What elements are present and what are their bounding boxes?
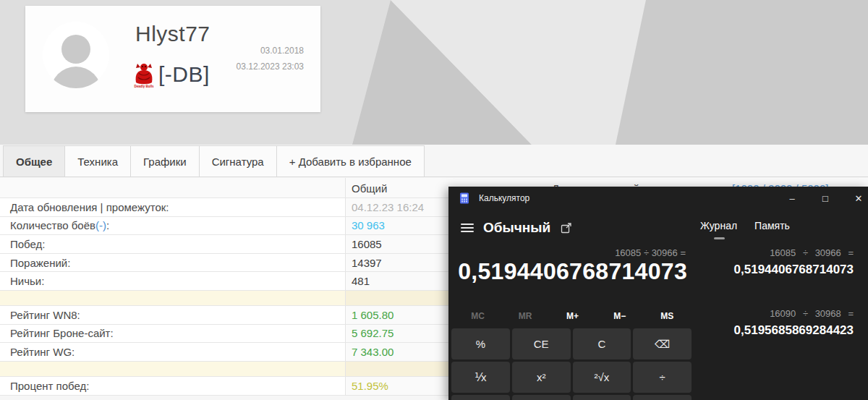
history-entry[interactable]: 16090 ÷ 30968 =0,5195685869284423 (694, 308, 854, 338)
row-label: Процент побед: (0, 377, 346, 395)
calc-key-²√x[interactable]: ²√x (573, 362, 631, 393)
row-label: Рейтинг WG: (0, 343, 346, 361)
tab-0[interactable]: Общее (3, 145, 65, 176)
memory-button-mr[interactable]: MR (501, 311, 548, 321)
keep-on-top-icon[interactable] (561, 222, 572, 234)
memory-button-m−[interactable]: M− (596, 311, 643, 321)
calc-key-9[interactable]: 9 (573, 395, 631, 400)
calc-key-÷[interactable]: ÷ (633, 362, 692, 393)
history-expression: 16085 ÷ 30966 = (694, 247, 854, 258)
calc-expression: 16085 ÷ 30966 = (448, 247, 691, 258)
battles-filter-link[interactable]: (-) (95, 219, 106, 231)
tab-1[interactable]: Техника (64, 145, 131, 176)
last-battle-date: 03.12.2023 23:03 (237, 59, 304, 75)
avatar-body-shape (51, 67, 101, 88)
row-label: Рейтинг WN8: (0, 306, 346, 324)
header-label-cell (0, 178, 346, 197)
history-panel: 16085 ÷ 30966 =0,519440676871407316090 ÷… (694, 187, 861, 400)
row-label: Поражений: (0, 254, 346, 272)
clan-row[interactable]: Deadly Bulls [-DB] (132, 61, 210, 88)
registration-date: 03.01.2018 (237, 43, 304, 59)
keypad: %CEC⌫⅟xx²²√x÷789× (451, 328, 692, 400)
row-label (0, 291, 346, 305)
calc-key-x²[interactable]: x² (512, 362, 571, 393)
calc-key-C[interactable]: C (573, 328, 631, 359)
row-label: Рейтинг Броне-сайт: (0, 325, 346, 343)
row-label (0, 362, 346, 376)
clan-emblem-icon: Deadly Bulls (132, 61, 156, 88)
calculator-app-icon (459, 192, 470, 204)
menu-icon[interactable] (461, 221, 474, 234)
row-label: Количество боёв (-): (0, 217, 346, 235)
row-label: Ничьи: (0, 272, 346, 290)
calc-key-CE[interactable]: CE (512, 328, 571, 359)
column-header-total: Общий (352, 178, 387, 198)
tab-3[interactable]: Сигнатура (199, 145, 277, 176)
calc-key-×[interactable]: × (633, 395, 692, 400)
history-result: 0,5195685869284423 (694, 323, 854, 338)
calc-key-⌫[interactable]: ⌫ (633, 328, 692, 359)
clan-tag: [-DB] (158, 62, 210, 87)
memory-button-ms[interactable]: MS (644, 311, 691, 321)
history-expression: 16090 ÷ 30968 = (694, 308, 854, 319)
username: Hlyst77 (135, 22, 210, 46)
avatar (43, 22, 109, 88)
memory-button-mc[interactable]: MC (454, 311, 501, 321)
profile-dates: 03.01.2018 03.12.2023 23:03 (237, 43, 304, 75)
window-title: Калькулятор (479, 193, 529, 203)
memory-button-m+[interactable]: M+ (549, 311, 596, 321)
history-result: 0,5194406768714073 (694, 263, 854, 277)
tab-bar: ОбщееТехникаГрафикиСигнатура+ Добавить в… (0, 145, 868, 177)
row-label: Побед: (0, 235, 346, 253)
profile-card: Hlyst77 Deadly Bulls [-DB] 03.01.2018 03… (25, 6, 320, 112)
calc-result: 0,5194406768714073 (448, 258, 691, 285)
svg-text:Deadly Bulls: Deadly Bulls (134, 85, 154, 88)
calculator-mode-title: Обычный (483, 220, 550, 236)
calc-key-⅟x[interactable]: ⅟x (451, 362, 510, 393)
calc-key-%[interactable]: % (451, 328, 510, 359)
history-entry[interactable]: 16085 ÷ 30966 =0,5194406768714073 (694, 247, 854, 277)
calc-key-8[interactable]: 8 (512, 395, 571, 400)
avatar-head-shape (61, 35, 90, 64)
tab-2[interactable]: Графики (130, 145, 200, 176)
memory-button-row: MCMRM+M−MS (454, 311, 691, 321)
row-label: Дата обновления | промежуток: (0, 198, 346, 216)
calculator-window: Калькулятор – □ ✕ Обычный ЖурналПамять 1… (448, 187, 868, 400)
tab-4[interactable]: + Добавить в избранное (276, 145, 425, 176)
calc-key-7[interactable]: 7 (451, 395, 510, 400)
